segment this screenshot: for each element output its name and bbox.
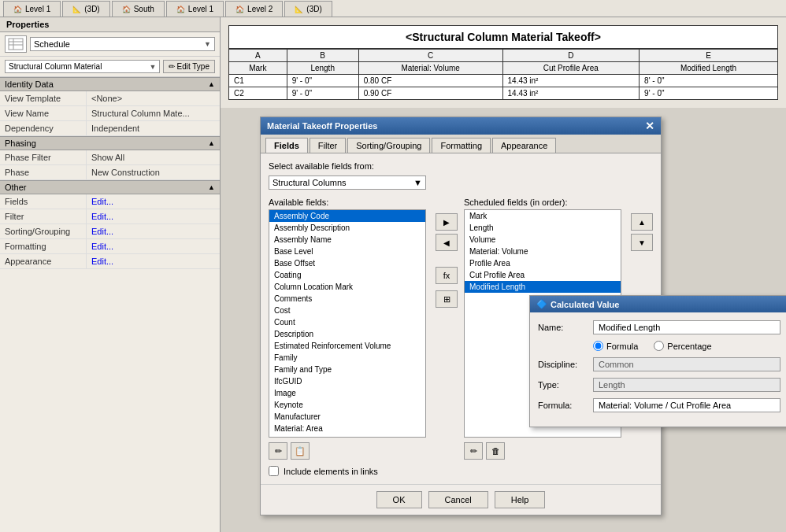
filter-edit-btn[interactable]: Edit...: [87, 209, 220, 224]
move-down-button[interactable]: ▼: [631, 234, 653, 251]
formatting-edit-btn[interactable]: Edit...: [87, 239, 220, 253]
select-from-label: Select available fields from:: [269, 161, 653, 171]
available-field-item[interactable]: Coating: [269, 269, 425, 281]
calc-name-input[interactable]: [593, 320, 780, 334]
phase-filter-label: Phase Filter: [0, 150, 87, 164]
remove-field-button[interactable]: ◀: [436, 234, 458, 251]
dialog-tabs: Fields Filter Sorting/Grouping Formattin…: [261, 135, 661, 153]
percentage-radio[interactable]: [654, 341, 664, 351]
3d-icon-2: 📐: [295, 6, 303, 13]
identity-data-header[interactable]: Identity Data ▲: [0, 77, 220, 91]
cancel-button[interactable]: Cancel: [428, 491, 488, 508]
include-links-label: Include elements in links: [284, 467, 378, 476]
scheduled-field-item[interactable]: Mark: [465, 210, 621, 222]
tab-level2[interactable]: 🏠 Level 2: [225, 1, 283, 17]
help-button[interactable]: Help: [495, 491, 546, 508]
tab-appearance[interactable]: Appearance: [492, 138, 556, 153]
phasing-collapse-arrow: ▲: [208, 139, 215, 147]
formula-radio[interactable]: [593, 341, 603, 351]
schedule-dropdown-arrow: ▼: [150, 63, 157, 71]
appearance-row: Appearance Edit...: [0, 254, 220, 269]
cell-c1-modified: 8' - 0": [640, 75, 778, 87]
available-field-item[interactable]: Base Offset: [269, 257, 425, 269]
available-field-item[interactable]: Column Location Mark: [269, 281, 425, 293]
calc-formula-label: Formula:: [538, 401, 593, 410]
edit-type-button[interactable]: ✏ Edit Type: [163, 60, 215, 73]
available-field-item[interactable]: Comments: [269, 293, 425, 305]
formatting-prop-label: Formatting: [0, 239, 87, 253]
available-field-item[interactable]: Keynote: [269, 399, 425, 411]
tab-level1-1[interactable]: 🏠 Level 1: [3, 1, 61, 17]
cell-c2-profile: 14.43 in²: [502, 87, 640, 100]
formula-radio-item: Formula: [593, 341, 638, 351]
dialog-title-bar: Material Takeoff Properties ✕: [261, 117, 661, 135]
duplicate-field-button[interactable]: 📋: [291, 442, 310, 460]
add-combined-button[interactable]: ⊞: [436, 290, 458, 308]
add-calculated-button[interactable]: fx: [436, 267, 458, 284]
available-field-item[interactable]: Assembly Name: [269, 234, 425, 246]
3d-icon-1: 📐: [72, 6, 81, 13]
available-field-item[interactable]: Material: As Paint: [269, 434, 425, 438]
add-field-button[interactable]: ▶: [436, 213, 458, 231]
calc-formula-input[interactable]: [593, 398, 780, 412]
header-material-volume: Material: Volume: [358, 62, 502, 75]
schedule-name-select[interactable]: Structural Column Material ▼: [5, 60, 160, 73]
scheduled-field-item[interactable]: Profile Area: [465, 257, 621, 269]
scheduled-field-item[interactable]: Material: Volume: [465, 246, 621, 257]
available-field-item[interactable]: Manufacturer: [269, 411, 425, 423]
tab-level1-2[interactable]: 🏠 Level 1: [166, 1, 224, 17]
fields-edit-btn[interactable]: Edit...: [87, 194, 220, 209]
calc-icon: 🔷: [536, 299, 547, 309]
phasing-header[interactable]: Phasing ▲: [0, 136, 220, 150]
available-field-item[interactable]: IfcGUID: [269, 375, 425, 387]
percentage-radio-item: Percentage: [654, 341, 711, 351]
structural-columns-dropdown[interactable]: Structural Columns ▼: [269, 175, 426, 190]
available-field-item[interactable]: Cost: [269, 305, 425, 316]
available-field-item[interactable]: Family and Type: [269, 364, 425, 375]
other-header[interactable]: Other ▲: [0, 180, 220, 194]
header-modified-length: Modified Length: [640, 62, 778, 75]
scheduled-field-item[interactable]: Length: [465, 222, 621, 234]
appearance-edit-btn[interactable]: Edit...: [87, 254, 220, 268]
other-label: Other: [5, 183, 27, 192]
available-field-item[interactable]: Assembly Description: [269, 222, 425, 234]
scheduled-fields-actions: ✏ 🗑: [464, 442, 625, 460]
col-d: D: [502, 50, 640, 62]
scheduled-field-item[interactable]: Modified Length: [465, 281, 621, 293]
ok-button[interactable]: OK: [376, 491, 422, 508]
formula-label: Formula: [606, 342, 638, 351]
available-field-item[interactable]: Description: [269, 328, 425, 340]
scheduled-field-item[interactable]: Cut Profile Area: [465, 269, 621, 281]
tab-formatting[interactable]: Formatting: [432, 138, 491, 153]
sorting-edit-btn[interactable]: Edit...: [87, 224, 220, 238]
tab-fields[interactable]: Fields: [265, 138, 308, 153]
available-field-item[interactable]: Image: [269, 387, 425, 399]
tab-sorting-grouping[interactable]: Sorting/Grouping: [347, 138, 430, 153]
appearance-prop-label: Appearance: [0, 254, 87, 268]
edit-scheduled-button[interactable]: ✏: [464, 442, 483, 460]
tab-3d-2[interactable]: 📐 (3D): [284, 1, 332, 17]
schedule-selector-row: Structural Column Material ▼ ✏ Edit Type: [0, 57, 220, 77]
include-links-checkbox[interactable]: [269, 466, 279, 476]
available-field-item[interactable]: Assembly Code: [269, 210, 425, 222]
available-field-item[interactable]: Base Level: [269, 246, 425, 257]
available-field-item[interactable]: Count: [269, 316, 425, 328]
edit-field-button[interactable]: ✏: [269, 442, 287, 460]
tab-south[interactable]: 🏠 South: [112, 1, 165, 17]
available-field-item[interactable]: Family: [269, 352, 425, 364]
cell-c1-volume: 0.80 CF: [358, 75, 502, 87]
move-up-button[interactable]: ▲: [631, 213, 653, 231]
scheduled-field-item[interactable]: Volume: [465, 234, 621, 246]
phase-filter-row: Phase Filter Show All: [0, 150, 220, 165]
include-links-row: Include elements in links: [269, 466, 653, 476]
formatting-row: Formatting Edit...: [0, 239, 220, 254]
delete-scheduled-button[interactable]: 🗑: [486, 442, 505, 460]
dialog-close-button[interactable]: ✕: [645, 120, 654, 131]
available-fields-list[interactable]: Assembly CodeAssembly DescriptionAssembl…: [269, 209, 426, 438]
schedule-type-dropdown[interactable]: Schedule ▼: [30, 37, 215, 51]
tab-3d-1[interactable]: 📐 (3D): [62, 1, 109, 17]
available-field-item[interactable]: Material: Area: [269, 423, 425, 434]
available-field-item[interactable]: Estimated Reinforcement Volume: [269, 340, 425, 352]
tab-filter[interactable]: Filter: [310, 138, 346, 153]
field-transfer-arrows: ▶ ◀ fx ⊞: [436, 198, 458, 308]
